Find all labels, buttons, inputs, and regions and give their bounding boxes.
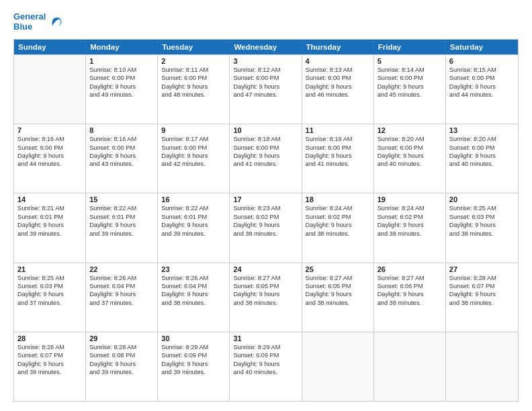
day-header: Thursday [302, 40, 374, 54]
daylight-label: Daylight: 9 hours [306, 83, 370, 91]
daylight-minutes: and 39 minutes. [17, 368, 82, 376]
sunrise-line: Sunrise: 8:26 AM [89, 274, 154, 282]
daylight-label: Daylight: 9 hours [449, 221, 515, 229]
daylight-minutes: and 39 minutes. [17, 230, 82, 238]
day-number: 22 [89, 265, 154, 273]
calendar-cell: 27 Sunrise: 8:28 AM Sunset: 6:07 PM Dayl… [446, 263, 518, 332]
calendar-body: 1 Sunrise: 8:10 AM Sunset: 6:00 PM Dayli… [14, 54, 518, 401]
daylight-label: Daylight: 9 hours [89, 290, 154, 298]
daylight-minutes: and 38 minutes. [449, 299, 515, 307]
day-number: 9 [161, 126, 226, 134]
calendar-cell: 20 Sunrise: 8:25 AM Sunset: 6:03 PM Dayl… [446, 193, 518, 262]
calendar-week: 28 Sunrise: 8:28 AM Sunset: 6:07 PM Dayl… [14, 332, 518, 401]
calendar-cell [14, 55, 86, 124]
sunrise-line: Sunrise: 8:24 AM [306, 204, 370, 212]
daylight-label: Daylight: 9 hours [306, 221, 370, 229]
day-number: 29 [89, 334, 154, 342]
daylight-label: Daylight: 9 hours [161, 221, 226, 229]
day-header: Saturday [446, 40, 518, 54]
sunset-line: Sunset: 6:07 PM [17, 351, 82, 359]
sunset-line: Sunset: 6:08 PM [89, 351, 154, 359]
daylight-minutes: and 38 minutes. [306, 230, 370, 238]
daylight-label: Daylight: 9 hours [306, 290, 370, 298]
sunset-line: Sunset: 6:00 PM [378, 144, 442, 152]
sunset-line: Sunset: 6:00 PM [233, 74, 298, 82]
sunrise-line: Sunrise: 8:20 AM [449, 135, 515, 143]
sunset-line: Sunset: 6:07 PM [449, 282, 515, 290]
day-number: 17 [233, 195, 298, 203]
daylight-minutes: and 40 minutes. [233, 368, 298, 376]
day-number: 27 [449, 265, 515, 273]
sunset-line: Sunset: 6:06 PM [378, 282, 442, 290]
daylight-minutes: and 38 minutes. [161, 299, 226, 307]
sunrise-line: Sunrise: 8:23 AM [233, 204, 298, 212]
sunrise-line: Sunrise: 8:27 AM [306, 274, 370, 282]
daylight-minutes: and 38 minutes. [233, 230, 298, 238]
calendar: SundayMondayTuesdayWednesdayThursdayFrid… [13, 39, 519, 402]
sunset-line: Sunset: 6:00 PM [378, 74, 442, 82]
sunset-line: Sunset: 6:00 PM [17, 144, 82, 152]
daylight-minutes: and 44 minutes. [17, 160, 82, 168]
sunrise-line: Sunrise: 8:15 AM [449, 66, 515, 74]
day-number: 7 [17, 126, 82, 134]
calendar-cell: 11 Sunrise: 8:19 AM Sunset: 6:00 PM Dayl… [302, 124, 374, 193]
day-number: 24 [233, 265, 298, 273]
day-number: 21 [17, 265, 82, 273]
daylight-minutes: and 37 minutes. [17, 299, 82, 307]
day-number: 1 [89, 57, 154, 65]
daylight-minutes: and 39 minutes. [89, 368, 154, 376]
daylight-minutes: and 37 minutes. [89, 299, 154, 307]
sunset-line: Sunset: 6:02 PM [233, 213, 298, 221]
calendar-cell: 28 Sunrise: 8:28 AM Sunset: 6:07 PM Dayl… [14, 332, 86, 401]
daylight-minutes: and 44 minutes. [449, 91, 515, 99]
day-number: 10 [233, 126, 298, 134]
sunset-line: Sunset: 6:03 PM [17, 282, 82, 290]
daylight-label: Daylight: 9 hours [449, 152, 515, 160]
sunrise-line: Sunrise: 8:28 AM [449, 274, 515, 282]
daylight-minutes: and 41 minutes. [306, 160, 370, 168]
sunset-line: Sunset: 6:01 PM [89, 213, 154, 221]
daylight-minutes: and 45 minutes. [378, 91, 442, 99]
sunset-line: Sunset: 6:00 PM [161, 74, 226, 82]
calendar-week: 21 Sunrise: 8:25 AM Sunset: 6:03 PM Dayl… [14, 263, 518, 332]
sunrise-line: Sunrise: 8:29 AM [161, 343, 226, 351]
day-header: Sunday [14, 40, 86, 54]
daylight-label: Daylight: 9 hours [161, 290, 226, 298]
sunset-line: Sunset: 6:00 PM [233, 144, 298, 152]
calendar-cell: 17 Sunrise: 8:23 AM Sunset: 6:02 PM Dayl… [230, 193, 302, 262]
sunrise-line: Sunrise: 8:21 AM [17, 204, 82, 212]
day-number: 14 [17, 195, 82, 203]
sunrise-line: Sunrise: 8:14 AM [378, 66, 442, 74]
daylight-label: Daylight: 9 hours [17, 360, 82, 368]
calendar-week: 14 Sunrise: 8:21 AM Sunset: 6:01 PM Dayl… [14, 193, 518, 262]
daylight-label: Daylight: 9 hours [161, 360, 226, 368]
calendar-cell: 22 Sunrise: 8:26 AM Sunset: 6:04 PM Dayl… [86, 263, 158, 332]
daylight-minutes: and 38 minutes. [378, 299, 442, 307]
day-number: 8 [89, 126, 154, 134]
sunrise-line: Sunrise: 8:13 AM [306, 66, 370, 74]
sunrise-line: Sunrise: 8:27 AM [233, 274, 298, 282]
sunset-line: Sunset: 6:09 PM [233, 351, 298, 359]
calendar-cell: 19 Sunrise: 8:24 AM Sunset: 6:02 PM Dayl… [374, 193, 446, 262]
day-number: 28 [17, 334, 82, 342]
daylight-label: Daylight: 9 hours [17, 221, 82, 229]
calendar-cell: 2 Sunrise: 8:11 AM Sunset: 6:00 PM Dayli… [158, 55, 230, 124]
sunrise-line: Sunrise: 8:18 AM [233, 135, 298, 143]
sunrise-line: Sunrise: 8:29 AM [233, 343, 298, 351]
day-number: 2 [161, 57, 226, 65]
daylight-label: Daylight: 9 hours [378, 152, 442, 160]
sunset-line: Sunset: 6:00 PM [306, 74, 370, 82]
sunset-line: Sunset: 6:05 PM [233, 282, 298, 290]
daylight-label: Daylight: 9 hours [89, 83, 154, 91]
day-header: Wednesday [230, 40, 302, 54]
calendar-cell: 26 Sunrise: 8:27 AM Sunset: 6:06 PM Dayl… [374, 263, 446, 332]
day-number: 11 [306, 126, 370, 134]
sunrise-line: Sunrise: 8:11 AM [161, 66, 226, 74]
day-number: 19 [378, 195, 442, 203]
calendar-cell: 4 Sunrise: 8:13 AM Sunset: 6:00 PM Dayli… [302, 55, 374, 124]
sunset-line: Sunset: 6:03 PM [449, 213, 515, 221]
calendar-cell: 31 Sunrise: 8:29 AM Sunset: 6:09 PM Dayl… [230, 332, 302, 401]
daylight-label: Daylight: 9 hours [17, 290, 82, 298]
sunset-line: Sunset: 6:04 PM [161, 282, 226, 290]
daylight-minutes: and 43 minutes. [89, 160, 154, 168]
